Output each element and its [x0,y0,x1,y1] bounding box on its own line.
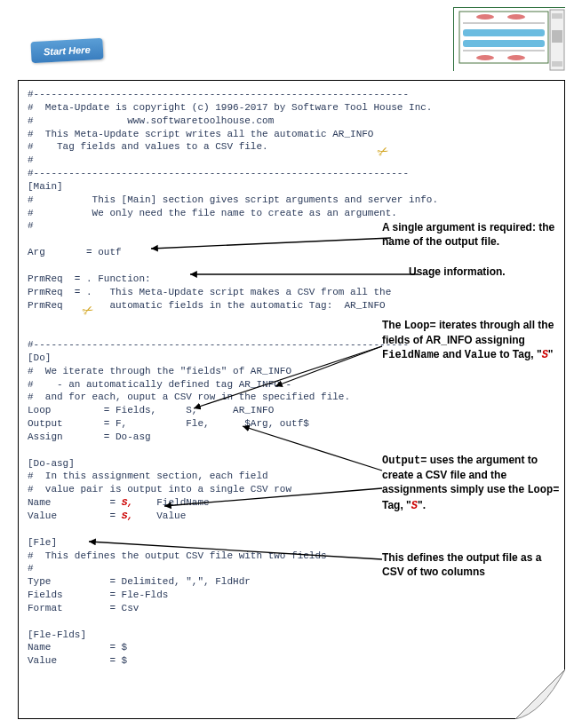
code-line: [Fle] [28,536,555,550]
code-line: #---------------------------------------… [28,88,555,101]
code-line: Assign = Do-asg [28,431,555,444]
annotation-usage: Usage information. [409,265,574,279]
svg-point-4 [476,14,494,20]
code-line: # This [Main] section gives script argum… [28,194,555,207]
code-panel: #---------------------------------------… [18,80,565,719]
code-line: # We only need the file name to create a… [28,207,555,220]
annotation-argument: A single argument is required: the name … [382,220,555,249]
code-line: PrmReq automatic fields in the automatic… [28,299,555,313]
code-line: # We iterate through the "fields" of AR_… [28,365,555,378]
code-line: Value = $ [28,654,555,668]
code-line: #---------------------------------------… [28,167,555,180]
code-line: [Fle-Flds] [28,629,555,642]
code-line: Fields = Fle-Flds [28,589,555,602]
svg-point-6 [476,55,494,60]
code-line: PrmReq = . This Meta-Update script makes… [28,286,555,299]
code-line: # - an automatically defined tag AR_INFO… [28,378,555,392]
code-line: Output = F, Fle, $Arg, outf$ [28,417,555,431]
annotation-output: Output= uses the argument to create a CS… [382,453,564,513]
code-line: # and for each, ouput a CSV row in the s… [28,391,555,404]
code-line: Format = Csv [28,602,555,615]
start-here-button[interactable]: Start Here [30,38,103,63]
svg-rect-11 [552,30,562,43]
svg-rect-10 [552,61,562,67]
code-line [28,523,555,536]
svg-rect-2 [463,29,545,36]
svg-rect-3 [463,40,545,47]
code-line: # Meta-Update is copyright (c) 1996-2017… [28,101,555,115]
code-line: [Main] [28,180,555,194]
annotation-fle: This defines the output file as a CSV of… [382,550,564,579]
svg-point-7 [507,55,525,60]
code-line: # This Meta-Update script writes all the… [28,128,555,141]
code-line: # [28,154,555,167]
top-right-diagram [453,7,565,71]
code-line: Name = $ [28,641,555,654]
annotation-loop: The Loop= iterates through all the field… [382,318,564,363]
svg-rect-9 [552,13,562,19]
svg-point-5 [507,14,525,20]
code-line: # www.softwaretoolhouse.com [28,115,555,128]
code-line [28,615,555,629]
code-line: Loop = Fields, S, AR_INFO [28,404,555,417]
source-code: #---------------------------------------… [28,88,555,668]
code-line: # Tag fields and values to a CSV file. [28,140,555,154]
